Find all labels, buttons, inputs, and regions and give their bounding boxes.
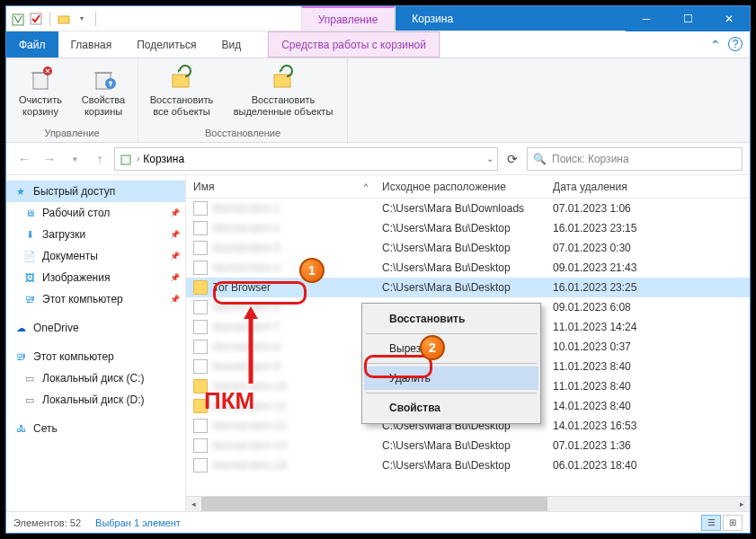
qat-dropdown-icon[interactable]: ▾ bbox=[74, 11, 90, 27]
file-date: 09.01.2023 21:43 bbox=[546, 261, 672, 274]
doc-icon bbox=[193, 241, 208, 255]
scrollbar-thumb[interactable] bbox=[201, 497, 547, 511]
maximize-button[interactable]: ☐ bbox=[667, 6, 708, 31]
forward-button[interactable]: → bbox=[39, 148, 60, 170]
svg-rect-3 bbox=[33, 73, 48, 89]
table-row[interactable]: blurred-item-13C:\Users\Mara Bu\Desktop0… bbox=[186, 436, 750, 455]
ribbon-tabs: Файл Главная Поделиться Вид Средства раб… bbox=[6, 31, 750, 58]
horizontal-scrollbar[interactable]: ◂ ▸ bbox=[186, 496, 750, 511]
view-details-button[interactable]: ☰ bbox=[701, 515, 721, 531]
back-button[interactable]: ← bbox=[13, 148, 35, 170]
scroll-right-button[interactable]: ▸ bbox=[734, 497, 750, 511]
file-name: blurred-item-1 bbox=[213, 202, 280, 215]
file-path: C:\Users\Mara Bu\Desktop bbox=[375, 281, 546, 294]
nav-thispc[interactable]: 🖳Этот компьютер bbox=[6, 346, 185, 367]
nav-disk-d[interactable]: ▭Локальный диск (D:) bbox=[6, 389, 185, 411]
ribbon: Очистить корзину Свойства корзины Управл… bbox=[6, 58, 750, 143]
context-cut[interactable]: Вырезать bbox=[364, 337, 538, 360]
doc-icon bbox=[193, 359, 208, 374]
table-row[interactable]: blurred-item-14C:\Users\Mara Bu\Desktop0… bbox=[186, 455, 750, 475]
doc-icon bbox=[193, 300, 208, 314]
pin-icon: 📌 bbox=[170, 208, 180, 217]
table-row[interactable]: blurred-item-1C:\Users\Mara Bu\Downloads… bbox=[186, 199, 750, 218]
tab-share[interactable]: Поделиться bbox=[124, 31, 209, 57]
window-controls: ─ ☐ ✕ bbox=[626, 6, 750, 31]
doc-icon bbox=[193, 320, 208, 334]
nav-downloads[interactable]: ⬇Загрузки📌 bbox=[6, 224, 185, 245]
file-date: 06.01.2023 18:40 bbox=[546, 459, 672, 472]
context-restore[interactable]: Восстановить bbox=[364, 307, 538, 331]
refresh-button[interactable]: ⟳ bbox=[502, 148, 523, 170]
separator bbox=[366, 393, 537, 393]
doc-icon bbox=[193, 340, 208, 354]
file-name: Tor Browser bbox=[213, 281, 271, 294]
status-bar: Элементов: 52 Выбран 1 элемент ☰ ⊞ bbox=[6, 511, 750, 533]
nav-pictures[interactable]: 🖼Изображения📌 bbox=[6, 267, 185, 288]
tab-recycle-tools[interactable]: Средства работы с корзиной bbox=[268, 31, 440, 57]
tab-view[interactable]: Вид bbox=[209, 31, 253, 57]
doc-icon bbox=[193, 419, 208, 433]
pin-icon: 📌 bbox=[170, 295, 180, 304]
title-context-tab[interactable]: Управление bbox=[301, 6, 396, 31]
address-dropdown-icon[interactable]: ⌄ bbox=[486, 154, 494, 163]
svg-rect-0 bbox=[13, 14, 23, 25]
folder-small-icon[interactable] bbox=[56, 11, 72, 27]
table-row[interactable]: blurred-item-3C:\Users\Mara Bu\Desktop07… bbox=[186, 238, 750, 258]
search-input[interactable]: 🔍 Поиск: Корзина bbox=[527, 147, 743, 171]
recycle-bin-icon[interactable] bbox=[10, 11, 26, 27]
file-date: 07.01.2023 1:06 bbox=[546, 202, 672, 215]
bin-properties-icon bbox=[89, 64, 118, 93]
minimize-button[interactable]: ─ bbox=[626, 6, 667, 31]
column-original-location[interactable]: Исходное расположение bbox=[375, 175, 546, 198]
annotation-arrow bbox=[242, 303, 260, 384]
context-properties[interactable]: Свойства bbox=[364, 396, 538, 420]
file-path: C:\Users\Mara Bu\Desktop bbox=[375, 222, 546, 234]
scroll-left-button[interactable]: ◂ bbox=[186, 497, 201, 511]
nav-onedrive[interactable]: ☁OneDrive bbox=[6, 317, 185, 339]
nav-desktop[interactable]: 🖥Рабочий стол📌 bbox=[6, 202, 185, 224]
tab-home[interactable]: Главная bbox=[58, 31, 125, 57]
file-date: 09.01.2023 6:08 bbox=[546, 301, 672, 314]
restore-selected-button[interactable]: Восстановить выделенные объекты bbox=[225, 62, 342, 126]
checkbox-icon[interactable] bbox=[28, 11, 44, 27]
breadcrumb-arrow[interactable]: › bbox=[137, 154, 139, 163]
group-label-manage: Управление bbox=[12, 126, 132, 140]
star-icon: ★ bbox=[13, 184, 28, 199]
table-row[interactable]: blurred-item-4C:\Users\Mara Bu\Desktop09… bbox=[186, 258, 750, 278]
file-name: blurred-item-4 bbox=[213, 261, 280, 274]
close-button[interactable]: ✕ bbox=[708, 6, 750, 31]
help-button[interactable]: ? bbox=[728, 37, 743, 51]
file-path: C:\Users\Mara Bu\Desktop bbox=[375, 439, 546, 452]
nav-thispc-quick[interactable]: 🖳Этот компьютер📌 bbox=[6, 288, 185, 310]
file-date: 16.01.2023 23:25 bbox=[546, 281, 672, 294]
file-date: 11.01.2023 8:40 bbox=[546, 360, 672, 373]
nav-network[interactable]: 🖧Сеть bbox=[6, 418, 185, 439]
ribbon-collapse-button[interactable]: ⌃ bbox=[703, 31, 728, 57]
file-date: 16.01.2023 23:15 bbox=[546, 222, 672, 234]
empty-bin-button[interactable]: Очистить корзину bbox=[12, 62, 69, 126]
network-icon: 🖧 bbox=[13, 421, 28, 436]
view-large-icons-button[interactable]: ⊞ bbox=[723, 515, 743, 531]
nav-quick-access[interactable]: ★Быстрый доступ bbox=[6, 181, 185, 202]
up-button[interactable]: ↑ bbox=[89, 148, 111, 170]
column-name[interactable]: Имя bbox=[186, 175, 375, 198]
column-date-deleted[interactable]: Дата удаления bbox=[546, 175, 672, 198]
table-row[interactable]: blurred-item-2C:\Users\Mara Bu\Desktop16… bbox=[186, 218, 750, 238]
pin-icon: 📌 bbox=[170, 252, 180, 261]
breadcrumb-item[interactable]: Корзина bbox=[143, 153, 184, 165]
computer-icon: 🖳 bbox=[22, 292, 37, 306]
annotation-text-rmb: ПКМ bbox=[204, 387, 254, 415]
recent-dropdown[interactable]: ▾ bbox=[64, 148, 85, 170]
table-row[interactable]: Tor BrowserC:\Users\Mara Bu\Desktop16.01… bbox=[186, 278, 750, 297]
nav-documents[interactable]: 📄Документы📌 bbox=[6, 245, 185, 267]
separator bbox=[49, 12, 50, 26]
file-path: C:\Users\Mara Bu\Desktop bbox=[375, 261, 546, 274]
nav-disk-c[interactable]: ▭Локальный диск (C:) bbox=[6, 367, 185, 389]
tab-file[interactable]: Файл bbox=[6, 31, 58, 57]
folder-icon bbox=[193, 280, 208, 295]
restore-all-button[interactable]: Восстановить все объекты bbox=[144, 62, 219, 126]
context-delete[interactable]: Удалить bbox=[364, 367, 538, 390]
address-field[interactable]: › Корзина ⌄ bbox=[114, 147, 498, 171]
svg-rect-9 bbox=[121, 155, 130, 164]
bin-properties-button[interactable]: Свойства корзины bbox=[75, 62, 132, 126]
